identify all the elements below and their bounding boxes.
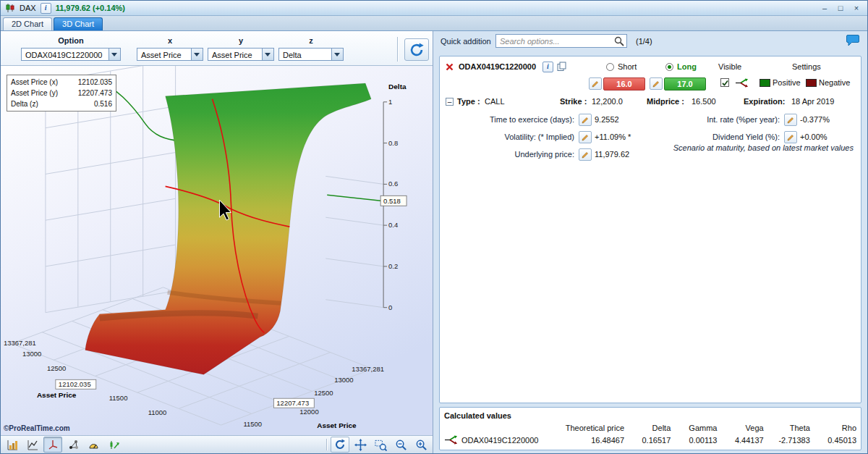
close-button[interactable]: × [850,3,863,14]
svg-text:13000: 13000 [22,350,41,358]
collapse-toggle[interactable]: – [446,98,454,106]
z-tick: 0 [388,303,392,311]
edit-ask-button[interactable] [650,77,663,90]
info-icon[interactable]: i [542,62,553,72]
scenario-note: Scenario at maturity, based on latest ma… [658,143,854,153]
zoom-window-icon [375,439,387,451]
col-theoretical-price: Theoretical price [555,424,624,432]
tab-2d-chart[interactable]: 2D Chart [3,17,52,30]
bid-price-button[interactable]: 16.0 [603,77,645,91]
tooltip-value: 12102.035 [78,77,112,88]
surface-3d-mode-button[interactable] [43,437,62,453]
pencil-icon [592,80,599,88]
options-count: (1/4) [636,37,652,46]
svg-text:13000: 13000 [334,376,353,384]
scatter-mode-button[interactable] [64,437,82,453]
y-axis-select-value: Asset Price [212,51,252,59]
ask-price-button[interactable]: 17.0 [664,77,706,91]
dividend-yield-value: +0.00% [800,133,827,141]
search-input[interactable] [495,34,627,48]
negative-label: Negative [819,78,850,87]
chart-tooltip: Asset Price (x)12102.035 Asset Price (y)… [7,75,116,112]
chevron-down-icon[interactable] [331,49,343,60]
long-label: Long [677,62,697,71]
chevron-down-icon[interactable] [109,49,120,60]
y-axis-select[interactable]: Asset Price [208,48,274,61]
tooltip-label: Asset Price (y) [11,88,58,98]
positive-color-swatch[interactable] [760,79,770,87]
reset-view-button[interactable] [331,437,349,453]
edit-underlying-button[interactable] [579,148,592,161]
reset-view-icon [334,439,346,450]
minimize-button[interactable]: – [818,3,831,14]
pencil-icon [582,134,589,141]
underlying-price-label: Underlying price: [446,150,574,159]
y-column-label: y [208,36,274,45]
remove-option-icon[interactable] [446,63,454,71]
col-gamma: Gamma [671,424,717,432]
candlestick-mode-button[interactable] [104,437,123,453]
strategy-icon [735,78,749,88]
zoom-in-button[interactable] [412,437,430,453]
settings-header: Settings [792,62,821,71]
z-tick: 1 [388,98,392,106]
visible-checkbox[interactable] [720,78,729,87]
svg-text:11000: 11000 [148,408,167,416]
edit-rate-button[interactable] [784,114,797,126]
info-icon[interactable]: i [41,3,51,14]
x-column-label: x [137,36,203,45]
interest-rate-value: -0.377% [800,115,830,124]
z-column-label: z [278,36,344,45]
search-icon[interactable] [614,36,624,46]
line-chart-icon [27,440,38,450]
x-axis-marker: 12102.035 [59,380,91,388]
negative-color-swatch[interactable] [806,79,817,87]
chart-toolbar [1,435,433,453]
zoom-in-icon [415,439,427,451]
positive-label: Positive [773,78,801,87]
rho-value: 0.45013 [810,436,856,445]
col-vega: Vega [717,424,763,432]
pencil-icon [787,117,794,124]
gauge-mode-button[interactable] [84,437,103,453]
x-axis-select[interactable]: Asset Price [137,48,203,61]
type-label: Type : [457,97,480,106]
tab-3d-chart[interactable]: 3D Chart [54,17,103,30]
y-axis-title: Asset Price [317,421,357,429]
volatility-value: +11.09% * [595,133,631,141]
maximize-button[interactable]: □ [834,3,847,14]
z-axis-select[interactable]: Delta [278,48,344,61]
dividend-yield-label: Dividend Yield (%): [657,133,780,141]
pan-button[interactable] [351,437,370,453]
vega-value: 4.44137 [717,436,763,445]
z-tick: 0.2 [388,262,398,270]
gamma-value: 0.00113 [671,436,717,445]
divider [326,439,327,450]
edit-volatility-button[interactable] [579,131,592,143]
zoom-out-button[interactable] [391,437,410,453]
z-axis-title: Delta [388,83,407,91]
chevron-down-icon[interactable] [191,49,203,60]
z-tick: 0.6 [388,180,398,188]
chevron-down-icon[interactable] [262,49,273,60]
3d-chart[interactable]: Delta 1 0.8 0.6 0.4 0.2 0 0.518 [1,66,433,435]
edit-dividend-button[interactable] [784,131,797,143]
svg-text:0.518: 0.518 [383,197,401,205]
chat-bubble-icon[interactable] [846,34,860,47]
short-radio[interactable] [606,63,614,71]
strike-label: Strike : [560,97,587,106]
zoom-window-button[interactable] [371,437,390,453]
edit-bid-button[interactable] [589,77,602,90]
line-chart-mode-button[interactable] [23,437,42,453]
long-radio[interactable] [665,63,673,71]
option-select[interactable]: ODAX0419C1220000 [21,48,121,61]
copy-icon[interactable] [557,62,566,72]
bar-chart-icon [7,440,18,450]
midprice-value: 16.500 [692,97,716,106]
options-panel: Quick addition (1/4) ODAX0419C1220000 i … [433,31,867,453]
edit-tte-button[interactable] [579,114,592,126]
pencil-icon [652,80,660,88]
theoretical-price-value: 16.48467 [555,436,624,445]
bar-chart-mode-button[interactable] [3,437,22,453]
refresh-button[interactable] [404,38,429,61]
